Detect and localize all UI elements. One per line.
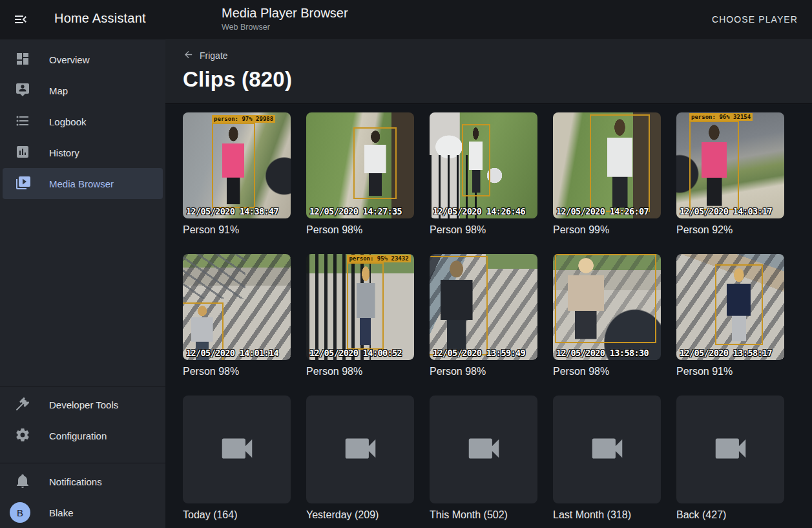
clip-label: Person 98% <box>430 366 537 377</box>
detection-bounding-box <box>462 124 490 196</box>
clip-thumbnail[interactable]: 12/05/2020 13:58:17 <box>676 254 784 360</box>
folder-card: Back (427) <box>676 396 784 521</box>
clip-card: person: 95% 23432 12/05/2020 14:00:52 Pe… <box>306 254 414 377</box>
clip-timestamp-overlay: 12/05/2020 14:26:46 <box>433 206 525 216</box>
clip-thumbnail[interactable]: person: 97% 29988 12/05/2020 14:38:47 <box>183 112 291 218</box>
folder-label: This Month (502) <box>430 509 537 521</box>
panel-header: Media Player Browser Web Browser <box>222 6 348 32</box>
person-figure <box>355 266 377 346</box>
clip-thumbnail[interactable]: 12/05/2020 13:58:30 <box>553 254 661 360</box>
video-camera-icon <box>340 428 380 471</box>
clip-thumbnail[interactable]: 12/05/2020 14:01:14 <box>183 254 291 360</box>
gear-icon <box>15 427 30 445</box>
arrow-left-icon <box>183 49 194 62</box>
sidebar-item-label: Map <box>49 85 68 96</box>
breadcrumb-back-button[interactable]: Frigate <box>183 48 228 63</box>
person-figure <box>468 127 484 193</box>
detection-bounding-box <box>590 114 651 212</box>
folder-label: Last Month (318) <box>553 509 661 521</box>
clip-label: Person 92% <box>676 224 784 236</box>
person-figure <box>437 260 475 352</box>
clip-timestamp-overlay: 12/05/2020 13:58:17 <box>680 348 772 358</box>
clip-label: Person 91% <box>676 366 784 377</box>
hammer-icon <box>15 396 30 414</box>
sidebar-item-history[interactable]: History <box>3 137 163 168</box>
detection-bounding-box: person: 97% 29988 <box>212 123 255 207</box>
sidebar-item-label: History <box>49 147 79 158</box>
sidebar-item-overview[interactable]: Overview <box>3 44 163 75</box>
clip-label: Person 98% <box>306 224 414 236</box>
sidebar-item-label: Media Browser <box>49 178 114 189</box>
sidebar-item-profile[interactable]: B Blake <box>0 497 165 528</box>
folder-thumbnail[interactable] <box>306 396 414 503</box>
detection-bounding-box: person: 95% 23432 <box>347 262 384 349</box>
folder-card: This Month (502) <box>430 396 537 521</box>
folder-thumbnail[interactable] <box>430 396 537 503</box>
clip-timestamp-overlay: 12/05/2020 14:00:52 <box>309 348 402 358</box>
detection-label: person: 96% 32154 <box>689 113 753 121</box>
folder-label: Back (427) <box>676 509 784 521</box>
video-camera-icon <box>711 428 751 471</box>
sidebar-item-configuration[interactable]: Configuration <box>3 420 163 451</box>
clip-thumbnail[interactable]: person: 95% 23432 12/05/2020 14:00:52 <box>306 254 414 360</box>
sidebar-item-label: Developer Tools <box>49 399 118 410</box>
media-browser-panel: Frigate Clips (820) person: 97% 29988 12… <box>165 39 812 528</box>
clip-card: person: 96% 32154 12/05/2020 14:03:17 Pe… <box>676 112 784 236</box>
clip-thumbnail[interactable]: 12/05/2020 14:26:07 <box>553 112 661 218</box>
clip-timestamp-overlay: 12/05/2020 14:03:17 <box>680 206 772 216</box>
page-title: Clips (820) <box>183 67 812 92</box>
video-camera-icon <box>587 428 627 471</box>
app-bar: Home Assistant Media Player Browser Web … <box>0 0 812 39</box>
choose-player-button[interactable]: CHOOSE PLAYER <box>707 9 803 30</box>
detection-bounding-box <box>555 254 656 343</box>
folder-thumbnail[interactable] <box>183 396 291 503</box>
format-list-bulleted-icon <box>15 113 30 131</box>
clip-timestamp-overlay: 12/05/2020 14:27:35 <box>309 206 402 216</box>
person-figure <box>220 127 246 204</box>
sidebar-item-notifications[interactable]: Notifications <box>3 466 163 497</box>
folder-card: Today (164) <box>183 396 291 521</box>
clip-label: Person 98% <box>430 224 537 236</box>
person-figure <box>699 125 729 206</box>
clips-grid: person: 97% 29988 12/05/2020 14:38:47 Pe… <box>165 103 812 521</box>
play-box-multiple-icon <box>15 175 30 193</box>
clip-thumbnail[interactable]: person: 96% 32154 12/05/2020 14:03:17 <box>676 112 784 218</box>
sidebar-item-logbook[interactable]: Logbook <box>3 106 163 137</box>
sidebar-item-label: Overview <box>49 54 90 65</box>
person-figure <box>725 268 753 341</box>
clip-timestamp-overlay: 12/05/2020 13:58:30 <box>556 348 649 358</box>
sidebar-item-media-browser[interactable]: Media Browser <box>3 168 163 199</box>
app-title: Home Assistant <box>54 11 146 26</box>
clip-card: person: 97% 29988 12/05/2020 14:38:47 Pe… <box>183 112 291 236</box>
clip-card: 12/05/2020 14:26:46 Person 98% <box>430 112 537 236</box>
detection-label: person: 97% 29988 <box>212 115 275 123</box>
detection-bounding-box <box>430 256 488 355</box>
clip-timestamp-overlay: 12/05/2020 13:59:49 <box>433 348 525 358</box>
detection-bounding-box: person: 96% 32154 <box>689 121 739 210</box>
clip-card: 12/05/2020 14:26:07 Person 99% <box>553 112 661 236</box>
panel-subtitle: Web Browser <box>222 23 348 32</box>
detection-label: person: 95% 23432 <box>347 255 410 262</box>
sidebar-item-map[interactable]: Map <box>3 75 163 106</box>
clip-card: 12/05/2020 14:01:14 Person 98% <box>183 254 291 377</box>
sidebar: Overview Map Logbook History Media Brows… <box>0 39 165 528</box>
folder-thumbnail[interactable] <box>676 396 784 503</box>
folder-label: Yesterday (209) <box>306 509 414 521</box>
clip-thumbnail[interactable]: 12/05/2020 14:26:46 <box>430 112 537 218</box>
folder-label: Today (164) <box>183 509 291 521</box>
person-figure <box>565 258 608 339</box>
clip-label: Person 91% <box>183 224 291 236</box>
sidebar-item-developer-tools[interactable]: Developer Tools <box>3 389 163 420</box>
clip-thumbnail[interactable]: 12/05/2020 14:27:35 <box>306 112 414 218</box>
folder-card: Last Month (318) <box>553 396 661 521</box>
sidebar-item-label: Configuration <box>49 430 107 441</box>
sidebar-toggle-button[interactable] <box>12 10 30 28</box>
folder-thumbnail[interactable] <box>553 396 661 503</box>
sidebar-main-items: Overview Map Logbook History Media Brows… <box>0 39 165 199</box>
clip-thumbnail[interactable]: 12/05/2020 13:59:49 <box>430 254 537 360</box>
folder-card: Yesterday (209) <box>306 396 414 521</box>
chart-box-icon <box>15 144 30 162</box>
clip-card: 12/05/2020 13:59:49 Person 98% <box>430 254 537 377</box>
person-figure <box>605 119 635 208</box>
bell-icon <box>15 473 30 491</box>
